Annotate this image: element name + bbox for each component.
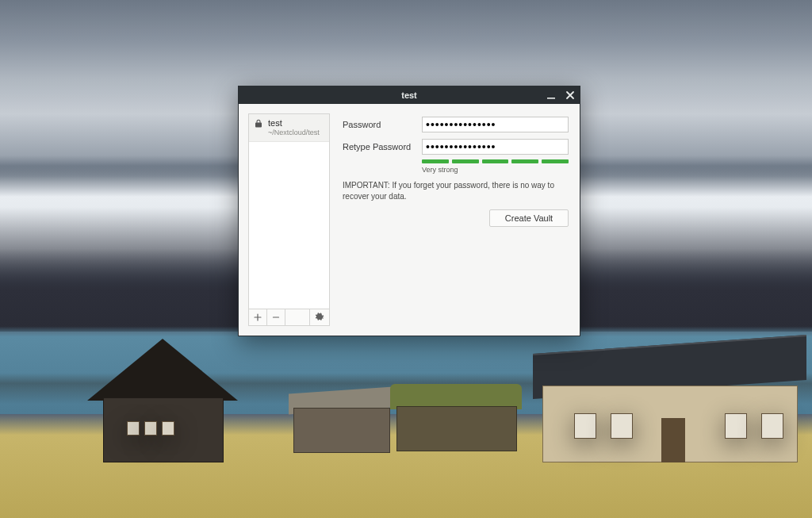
minus-icon: [272, 313, 280, 321]
vault-list-item[interactable]: test ~/Nextcloud/test: [249, 114, 329, 142]
password-input[interactable]: [422, 117, 569, 132]
wallpaper-shed: [293, 374, 404, 453]
titlebar[interactable]: test: [239, 86, 580, 104]
retype-password-input[interactable]: [422, 139, 569, 155]
password-label: Password: [343, 120, 422, 129]
vault-list[interactable]: test ~/Nextcloud/test: [248, 113, 330, 309]
gear-icon: [315, 313, 324, 322]
minimize-icon: [546, 90, 556, 100]
vault-dialog: test test ~/Nextcloud/test: [238, 86, 580, 336]
wallpaper-barn: [79, 336, 238, 462]
toolbar-spacer: [285, 309, 310, 325]
create-vault-button[interactable]: Create Vault: [489, 209, 569, 227]
add-vault-button[interactable]: [249, 309, 267, 325]
window-title: test: [239, 90, 580, 100]
form-filler: [343, 227, 569, 314]
svg-rect-0: [547, 98, 555, 99]
important-warning: IMPORTANT: If you forget your password, …: [343, 180, 569, 201]
settings-button[interactable]: [310, 309, 329, 325]
vault-name: test: [268, 118, 320, 129]
wallpaper-cabin: [542, 328, 812, 462]
remove-vault-button[interactable]: [267, 309, 285, 325]
vault-sidebar: test ~/Nextcloud/test: [248, 113, 330, 326]
close-icon: [565, 90, 575, 100]
password-strength-label: Very strong: [422, 166, 569, 174]
vault-path: ~/Nextcloud/test: [268, 129, 320, 136]
password-strength: Very strong: [422, 159, 569, 174]
vault-list-empty-area: [249, 142, 329, 309]
password-strength-bar: [422, 159, 569, 163]
wallpaper-turfhouse: [396, 364, 531, 451]
sidebar-toolbar: [248, 309, 330, 326]
lock-icon: [254, 118, 263, 136]
close-button[interactable]: [564, 89, 576, 102]
minimize-button[interactable]: [545, 89, 557, 102]
create-vault-form: Password Retype Password Very strong IMP…: [338, 113, 570, 326]
retype-password-label: Retype Password: [343, 142, 422, 152]
plus-icon: [254, 313, 262, 321]
